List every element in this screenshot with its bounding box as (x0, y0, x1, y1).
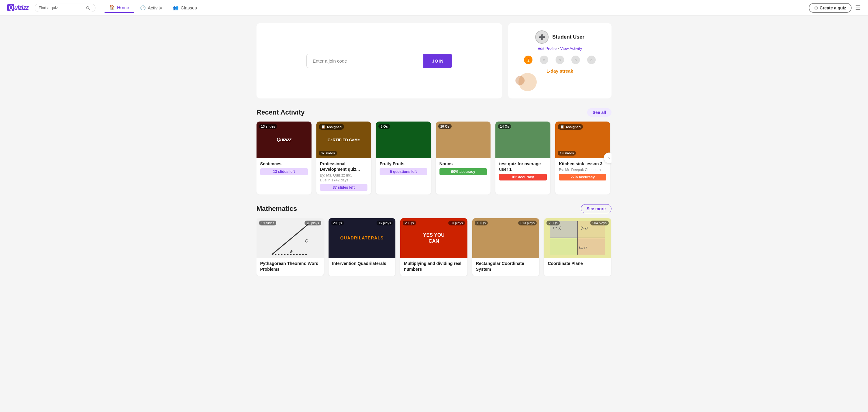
svg-text:(x,-y): (x,-y) (579, 246, 587, 249)
qs-badge-fruity: 5 Qs (378, 124, 390, 129)
nav-classes[interactable]: 👥 Classes (168, 3, 202, 12)
math-card-rect-coord[interactable]: 10 Qs 613 plays Rectangular Coordinate S… (472, 218, 539, 276)
status-accuracy-testquiz: 0% accuracy (499, 174, 547, 181)
main-content: JOIN ➕ Student User Edit Profile • View … (252, 16, 616, 283)
slides-badge-pyth: 19 slides (259, 221, 276, 225)
assigned-badge-profdev: 📋 Assigned (319, 124, 344, 130)
join-button[interactable]: JOIN (423, 54, 452, 68)
create-quiz-button[interactable]: ⊕ Create a quiz (809, 3, 851, 13)
nav-home[interactable]: 🏠 Home (104, 3, 134, 13)
recent-activity-header: Recent Activity See all (256, 108, 612, 117)
status-qs-fruity: 5 questions left (380, 168, 427, 175)
streak-dot-3: ○ (556, 56, 564, 64)
math-body-coord: Coordinate Plane (544, 258, 611, 271)
streak-label: 1-day streak (547, 68, 573, 73)
card-sentences[interactable]: Quizizz 13 slides Sentences 13 slides le… (256, 122, 312, 194)
classes-icon: 👥 (173, 5, 179, 11)
navbar-right: ⊕ Create a quiz ☰ (809, 3, 861, 13)
card-thumb-profdev: 📋 Assigned CeRTIFIED GaMe 37 slides (316, 122, 371, 158)
card-fruity-fruits[interactable]: 5 Qs Fruity Fruits 5 questions left (376, 122, 431, 194)
svg-text:(-x,y): (-x,y) (553, 225, 562, 230)
navbar: Quizizz 🏠 Home 🕐 Activity 👥 Classes ⊕ Cr… (0, 0, 868, 16)
join-form: JOIN (306, 54, 452, 68)
card-thumb-nouns: 10 Qs (436, 122, 491, 158)
card-title-profdev: Professional Development quiz... (320, 161, 368, 172)
math-title-coord: Coordinate Plane (548, 261, 608, 266)
math-title-mult: Multiplying and dividing real numbers (404, 261, 464, 272)
math-thumb-pythagorean: c a 19 slides 76 plays (256, 218, 324, 258)
qs-badge-quad: 20 Qs (331, 221, 344, 225)
view-activity-link[interactable]: View Activity (560, 46, 582, 51)
svg-text:c: c (305, 237, 308, 244)
see-more-button[interactable]: See more (581, 204, 612, 213)
plays-badge-mult: 8k plays (448, 221, 465, 225)
recent-activity-section: Recent Activity See all Quizizz 13 slide… (256, 108, 612, 194)
streak-dot-4: ○ (571, 56, 580, 64)
plays-badge-pyth: 76 plays (305, 221, 321, 225)
card-body-nouns: Nouns 90% accuracy (436, 158, 491, 179)
card-kitchen-sink[interactable]: 📋 Assigned 19 slides Kitchen sink lesson… (555, 122, 610, 194)
math-card-pythagorean[interactable]: c a 19 slides 76 plays Pythagorean Theor… (256, 218, 324, 276)
assign-icon: 📋 (321, 125, 326, 129)
nav-activity[interactable]: 🕐 Activity (135, 3, 167, 12)
card-title-kitchen: Kitchen sink lesson 3 (559, 161, 607, 166)
card-title-fruity: Fruity Fruits (380, 161, 427, 166)
thumb-text-quad: QUADRILATERALS (337, 235, 386, 240)
search-input[interactable] (39, 5, 84, 10)
svg-text:a: a (290, 249, 293, 254)
hamburger-menu[interactable]: ☰ (855, 4, 861, 11)
mathematics-cards: c a 19 slides 76 plays Pythagorean Theor… (256, 218, 612, 276)
recent-activity-cards: Quizizz 13 slides Sentences 13 slides le… (256, 122, 612, 194)
qs-badge-nouns: 10 Qs (438, 124, 452, 129)
join-code-input[interactable] (306, 54, 423, 68)
math-thumb-quad: QUADRILATERALS 20 Qs 1k plays (329, 218, 396, 258)
card-thumb-sentences: Quizizz 13 slides (256, 122, 312, 158)
math-card-coord-plane[interactable]: (-x,y) (x,y) (x,-y) 20 Qs 504 plays Coor… (544, 218, 611, 276)
card-thumb-fruity: 5 Qs (376, 122, 431, 158)
plus-icon: ⊕ (814, 5, 818, 10)
card-by-profdev: By: Ms. Quizizz Inc. (320, 173, 368, 178)
thumb-text-mult: YES YOU CAN (417, 232, 451, 244)
slides-badge-kitchen: 19 slides (558, 151, 576, 156)
card-body-profdev: Professional Development quiz... By: Ms.… (316, 158, 371, 194)
profile-links: Edit Profile • View Activity (538, 46, 582, 51)
math-card-multiplying[interactable]: YES YOU CAN 20 Qs 8k plays Multiplying a… (400, 218, 467, 276)
card-professional-dev[interactable]: 📋 Assigned CeRTIFIED GaMe 37 slides Prof… (316, 122, 371, 194)
logo[interactable]: Quizizz (7, 4, 29, 11)
math-thumb-rect: 10 Qs 613 plays (472, 218, 539, 258)
math-card-quadrilaterals[interactable]: QUADRILATERALS 20 Qs 1k plays Interventi… (329, 218, 396, 276)
profile-avatar-row: ➕ Student User (535, 30, 584, 44)
card-nouns[interactable]: 10 Qs Nouns 90% accuracy (436, 122, 491, 194)
card-test-quiz[interactable]: 14 Qs test quiz for overage user 1 0% ac… (495, 122, 550, 194)
card-due-profdev: Due in 1742 days (320, 178, 368, 182)
deco-shapes (516, 76, 540, 91)
qs-badge-rect: 10 Qs (475, 221, 488, 225)
plays-badge-quad: 1k plays (377, 221, 393, 225)
mathematics-header: Mathematics See more (256, 204, 612, 213)
home-icon: 🏠 (110, 5, 115, 10)
profile-name: Student User (552, 34, 584, 40)
card-body-testquiz: test quiz for overage user 1 0% accuracy (495, 158, 550, 184)
see-all-button[interactable]: See all (587, 108, 612, 117)
edit-profile-link[interactable]: Edit Profile (538, 46, 557, 51)
card-body-kitchen: Kitchen sink lesson 3 By: Mr. Deepak Che… (555, 158, 610, 184)
plays-badge-coord: 504 plays (590, 221, 609, 225)
mathematics-section: Mathematics See more c a 19 slides 76 pl… (256, 204, 612, 276)
math-thumb-coord: (-x,y) (x,y) (x,-y) 20 Qs 504 plays (544, 218, 611, 258)
recent-activity-title: Recent Activity (256, 108, 305, 116)
card-title-nouns: Nouns (439, 161, 487, 166)
math-title-rect: Rectangular Coordinate System (476, 261, 536, 272)
streak-dot-1: 🔥 (524, 56, 532, 64)
qs-badge-testquiz: 14 Qs (498, 124, 511, 129)
slides-badge-profdev: 37 slides (319, 151, 337, 156)
card-body-fruity: Fruity Fruits 5 questions left (376, 158, 431, 179)
join-panel: JOIN (256, 23, 502, 98)
math-thumb-mult: YES YOU CAN 20 Qs 8k plays (400, 218, 467, 258)
card-title-testquiz: test quiz for overage user 1 (499, 161, 547, 172)
slides-badge-label: 13 slides (261, 125, 275, 128)
status-slides-sentences: 13 slides left (260, 168, 308, 175)
deco-blob-small (516, 76, 525, 85)
search-bar[interactable] (35, 4, 95, 12)
status-accuracy-nouns: 90% accuracy (439, 168, 487, 175)
assigned-badge-kitchen: 📋 Assigned (558, 124, 583, 130)
